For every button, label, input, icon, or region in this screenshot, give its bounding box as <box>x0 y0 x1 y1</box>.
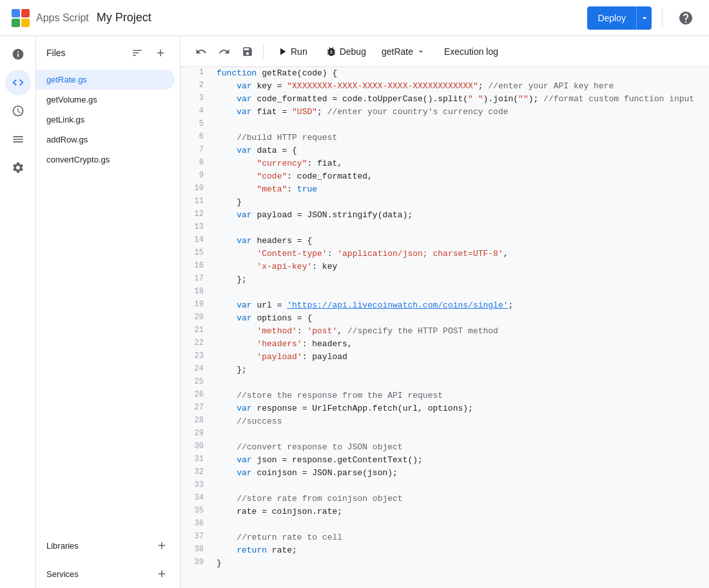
line-number: 36 <box>180 518 211 531</box>
deploy-button[interactable]: Deploy <box>587 6 636 30</box>
line-number: 30 <box>180 441 211 454</box>
file-item-convertcrypto[interactable]: convertCrypto.gs <box>36 150 175 170</box>
table-row: 21 'method': 'post', //specify the HTTP … <box>180 325 709 338</box>
code-content: var data = { <box>211 144 709 157</box>
line-number: 24 <box>180 364 211 377</box>
file-item-getvolume[interactable]: getVolume.gs <box>36 90 175 110</box>
table-row: 7 var data = { <box>180 144 709 157</box>
file-item-getrate[interactable]: getRate.gs <box>36 70 175 90</box>
files-label: Files <box>46 48 123 58</box>
execution-log-button[interactable]: Execution log <box>436 43 506 61</box>
code-content: var key = "XXXXXXXX-XXXX-XXXX-XXXX-XXXXX… <box>211 80 709 93</box>
table-row: 39 } <box>180 557 709 570</box>
code-content <box>211 518 709 531</box>
line-number: 15 <box>180 248 211 260</box>
apps-script-logo <box>10 8 31 28</box>
line-number: 25 <box>180 377 211 389</box>
table-row: 8 "currency": fiat, <box>180 157 709 170</box>
editor-container[interactable]: 1 function getRate(code) { 2 var key = "… <box>180 67 709 588</box>
line-number: 2 <box>180 80 211 93</box>
deploy-wrapper: Deploy <box>587 6 652 30</box>
table-row: 32 var coinjson = JSON.parse(json); <box>180 467 709 480</box>
table-row: 25 <box>180 377 709 389</box>
code-sidebar-btn[interactable] <box>5 70 31 95</box>
topbar-right: Deploy <box>587 5 699 31</box>
sort-files-button[interactable] <box>128 44 146 62</box>
undo-button[interactable] <box>191 41 211 62</box>
table-row: 29 <box>180 428 709 441</box>
line-number: 12 <box>180 209 211 222</box>
triggers-sidebar-btn[interactable] <box>5 98 31 124</box>
code-content: }; <box>211 273 709 286</box>
table-row: 26 //store the response from the API req… <box>180 389 709 402</box>
line-number: 16 <box>180 260 211 273</box>
add-file-button[interactable] <box>151 44 170 62</box>
line-number: 26 <box>180 389 211 402</box>
table-row: 14 var headers = { <box>180 235 709 248</box>
line-number: 23 <box>180 351 211 364</box>
file-item-getlink[interactable]: getLink.gs <box>36 110 175 130</box>
line-number: 35 <box>180 505 211 518</box>
line-number: 4 <box>180 106 211 119</box>
debug-button[interactable]: Debug <box>318 42 374 61</box>
code-content: return rate; <box>211 544 709 557</box>
svg-rect-2 <box>12 19 20 27</box>
code-content: function getRate(code) { <box>211 67 709 80</box>
table-row: 1 function getRate(code) { <box>180 67 709 80</box>
line-number: 37 <box>180 531 211 544</box>
table-row: 6 //build HTTP request <box>180 132 709 144</box>
code-content: //build HTTP request <box>211 132 709 144</box>
code-content: //return rate to cell <box>211 531 709 544</box>
info-sidebar-btn[interactable] <box>5 41 31 67</box>
code-content <box>211 286 709 299</box>
toolbar-divider <box>263 44 264 59</box>
table-row: 22 'headers': headers, <box>180 338 709 351</box>
function-selector[interactable]: getRate <box>376 44 431 59</box>
code-content <box>211 377 709 389</box>
code-content: 'method': 'post', //specify the HTTP POS… <box>211 325 709 338</box>
save-button[interactable] <box>237 41 258 62</box>
line-number: 34 <box>180 493 211 505</box>
code-content: var response = UrlFetchApp.fetch(url, op… <box>211 402 709 415</box>
run-button[interactable]: Run <box>269 42 315 61</box>
table-row: 11 } <box>180 196 709 209</box>
editor-sidebar-btn[interactable] <box>5 126 31 152</box>
code-content: "code": code_formatted, <box>211 170 709 183</box>
help-button[interactable] <box>673 5 699 31</box>
table-row: 17 }; <box>180 273 709 286</box>
redo-button[interactable] <box>214 41 235 62</box>
code-content: var code_formatted = code.toUpperCase().… <box>211 93 709 106</box>
code-content: 'Content-type': 'application/json; chars… <box>211 248 709 260</box>
debug-label: Debug <box>340 46 366 57</box>
line-number: 13 <box>180 222 211 235</box>
logo-area: Apps Script My Project <box>10 8 151 28</box>
file-item-addrow[interactable]: addRow.gs <box>36 130 175 150</box>
file-panel: Files getRate.gs getVolume.gs getLink.gs… <box>36 36 180 588</box>
add-library-button[interactable] <box>154 538 170 553</box>
code-content <box>211 428 709 441</box>
libraries-section-header[interactable]: Libraries <box>36 531 180 560</box>
project-name: My Project <box>97 11 151 24</box>
table-row: 28 //success <box>180 415 709 428</box>
line-number: 32 <box>180 467 211 480</box>
code-content: //convert response to JSON object <box>211 441 709 454</box>
run-label: Run <box>291 46 307 57</box>
line-number: 7 <box>180 144 211 157</box>
line-number: 6 <box>180 132 211 144</box>
settings-sidebar-btn[interactable] <box>5 155 31 181</box>
code-content: "meta": true <box>211 183 709 196</box>
deploy-dropdown-button[interactable] <box>636 6 652 30</box>
line-number: 17 <box>180 273 211 286</box>
table-row: 20 var options = { <box>180 312 709 325</box>
services-section-header[interactable]: Services <box>36 560 180 588</box>
table-row: 15 'Content-type': 'application/json; ch… <box>180 248 709 260</box>
line-number: 3 <box>180 93 211 106</box>
add-service-button[interactable] <box>154 566 170 582</box>
line-number: 10 <box>180 183 211 196</box>
code-content <box>211 119 709 132</box>
code-content <box>211 222 709 235</box>
line-number: 8 <box>180 157 211 170</box>
code-content: } <box>211 557 709 570</box>
code-content: } <box>211 196 709 209</box>
topbar-divider <box>662 8 663 28</box>
